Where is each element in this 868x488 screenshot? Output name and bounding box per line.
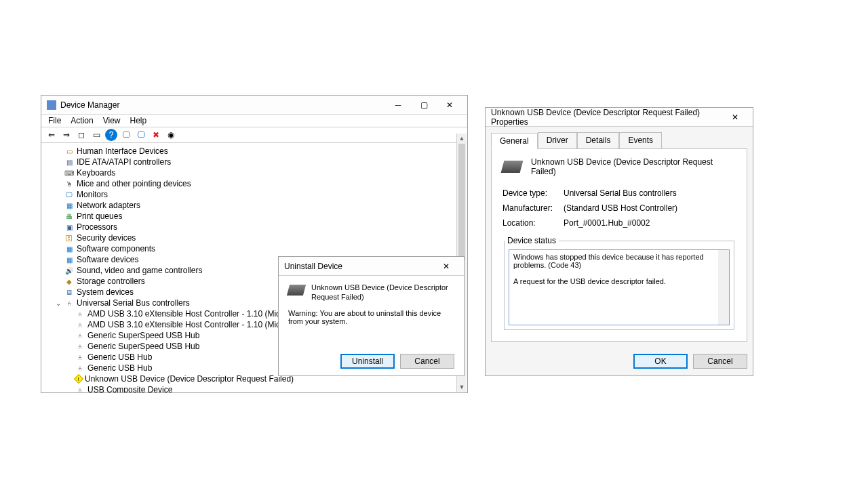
scroll-down-arrow[interactable]: ▼	[457, 382, 467, 392]
device-icon: ⑃	[75, 342, 85, 351]
tab-general[interactable]: General	[491, 133, 538, 149]
tab-driver[interactable]: Driver	[538, 132, 577, 148]
device-icon: ⑃	[64, 298, 74, 308]
properties-header: Unknown USB Device (Device Descriptor Re…	[502, 157, 736, 176]
uninstall-body: Unknown USB Device (Device Descriptor Re…	[279, 276, 464, 348]
device-manager-titlebar[interactable]: Device Manager ─ ▢ ✕	[41, 96, 467, 115]
tree-node-label: Mice and other pointing devices	[77, 179, 191, 188]
location-value: Port_#0001.Hub_#0002	[564, 218, 650, 228]
uninstall-confirm-button[interactable]: Uninstall	[340, 354, 395, 369]
device-icon: 🖵	[64, 190, 74, 199]
disable-button[interactable]: ◉	[165, 129, 177, 141]
properties-device-name: Unknown USB Device (Device Descriptor Re…	[531, 157, 736, 176]
scan-hw-button[interactable]: 🖵	[120, 129, 132, 141]
device-icon: ⑃	[75, 309, 85, 319]
status-line	[513, 269, 717, 277]
tree-node[interactable]: ⑃USB Composite Device	[44, 384, 463, 392]
toolbar: ⇐⇒◻▭?🖵🖵✖◉	[41, 127, 467, 143]
help-button[interactable]: ?	[105, 129, 117, 141]
close-button[interactable]: ✕	[437, 98, 462, 113]
device-icon: ▭	[64, 146, 74, 156]
tree-node[interactable]: ⌨Keyboards	[44, 167, 463, 178]
device-icon: ▦	[64, 244, 74, 253]
device-icon: ⌨	[64, 168, 74, 178]
uninstall-device-row: Unknown USB Device (Device Descriptor Re…	[288, 283, 454, 302]
tab-events[interactable]: Events	[619, 132, 662, 148]
device-properties-dialog: Unknown USB Device (Device Descriptor Re…	[485, 107, 753, 376]
device-type-value: Universal Serial Bus controllers	[564, 188, 677, 198]
tree-node[interactable]: ▦Software components	[44, 243, 463, 254]
tab-details[interactable]: Details	[577, 132, 620, 148]
scroll-up-arrow[interactable]: ▲	[457, 134, 467, 143]
properties-cancel-button[interactable]: Cancel	[693, 354, 747, 369]
tree-node-label: Storage controllers	[77, 277, 145, 286]
uninstall-warning: Warning: You are about to uninstall this…	[288, 309, 454, 325]
device-icon: 🖱	[64, 179, 74, 188]
tree-node-label: Network adapters	[77, 201, 140, 210]
tree-node-label: Generic USB Hub	[87, 352, 152, 362]
menu-help[interactable]: Help	[130, 116, 147, 125]
tree-node[interactable]: 🖶Print queues	[44, 211, 463, 222]
status-line: Windows has stopped this device because …	[513, 253, 717, 269]
device-status-group: Device status Windows has stopped this d…	[504, 236, 734, 330]
usb-plug-icon	[501, 161, 524, 173]
uninstall-titlebar[interactable]: Uninstall Device ✕	[279, 257, 464, 276]
tree-node[interactable]: ▭Human Interface Devices	[44, 146, 463, 157]
back-button[interactable]: ⇐	[45, 129, 58, 141]
maximize-button[interactable]: ▢	[412, 98, 436, 113]
manufacturer-row: Manufacturer: (Standard USB Host Control…	[502, 203, 736, 213]
status-scrollbar[interactable]	[718, 250, 729, 325]
tree-node-label: Keyboards	[77, 168, 115, 178]
minimize-button[interactable]: ─	[386, 98, 410, 113]
properties-button-row: OK Cancel	[486, 347, 753, 375]
show-hide-tree[interactable]: ◻	[75, 129, 87, 141]
tree-node-label: Generic SuperSpeed USB Hub	[87, 342, 199, 351]
scroll-thumb[interactable]	[458, 144, 465, 260]
tree-node-label: Processors	[77, 222, 117, 232]
update-driver[interactable]: 🖵	[135, 129, 147, 141]
tree-node[interactable]: 🖵Monitors	[44, 189, 463, 200]
tree-node-label: Print queues	[77, 211, 122, 221]
uninstall-button[interactable]: ✖	[150, 129, 162, 141]
tree-node[interactable]: ▦Network adapters	[44, 200, 463, 211]
manufacturer-value: (Standard USB Host Controller)	[564, 203, 677, 213]
properties-titlebar[interactable]: Unknown USB Device (Device Descriptor Re…	[486, 108, 753, 127]
uninstall-device-name: Unknown USB Device (Device Descriptor Re…	[311, 283, 454, 302]
properties-meta: Device type: Universal Serial Bus contro…	[502, 188, 736, 228]
device-icon: ▦	[64, 201, 74, 210]
tree-node[interactable]: ▣Processors	[44, 222, 463, 232]
menu-action[interactable]: Action	[71, 116, 93, 125]
device-icon: ⑃	[75, 385, 85, 392]
device-status-text[interactable]: Windows has stopped this device because …	[509, 249, 730, 325]
menu-file[interactable]: File	[48, 116, 61, 125]
uninstall-close-button[interactable]: ✕	[434, 259, 458, 274]
tree-node-label: USB Composite Device	[87, 385, 172, 392]
tree-node-label: System devices	[77, 287, 134, 297]
properties-close-button[interactable]: ✕	[723, 110, 747, 125]
device-icon: ⑃	[75, 363, 85, 373]
tree-node[interactable]: ▤IDE ATA/ATAPI controllers	[44, 157, 463, 167]
chevron-down-icon[interactable]: ⌄	[55, 300, 62, 307]
device-icon: 🔊	[64, 266, 74, 275]
properties-title: Unknown USB Device (Device Descriptor Re…	[491, 108, 722, 127]
uninstall-title: Uninstall Device	[284, 262, 433, 271]
tree-node-label: Sound, video and game controllers	[77, 266, 202, 275]
device-icon: ⑃	[75, 331, 85, 340]
uninstall-device-dialog: Uninstall Device ✕ Unknown USB Device (D…	[278, 256, 465, 376]
tree-node[interactable]: ⚿Security devices	[44, 232, 463, 243]
tree-node-label: Monitors	[77, 190, 108, 199]
tree-node-label: Software components	[77, 244, 155, 253]
device-icon: ▦	[64, 255, 74, 264]
uninstall-cancel-button[interactable]: Cancel	[400, 354, 454, 369]
properties-tabstrip: GeneralDriverDetailsEvents	[486, 127, 753, 148]
device-icon: 🖥	[64, 287, 74, 297]
properties-ok-button[interactable]: OK	[633, 354, 688, 369]
device-status-legend: Device status	[505, 236, 559, 245]
properties-button[interactable]: ▭	[90, 129, 102, 141]
device-icon: ⑃	[75, 320, 85, 329]
tree-node-label: Security devices	[77, 233, 136, 243]
tree-node[interactable]: 🖱Mice and other pointing devices	[44, 178, 463, 189]
menu-view[interactable]: View	[103, 116, 121, 125]
forward-button[interactable]: ⇒	[60, 129, 73, 141]
device-icon: ◆	[64, 277, 74, 286]
